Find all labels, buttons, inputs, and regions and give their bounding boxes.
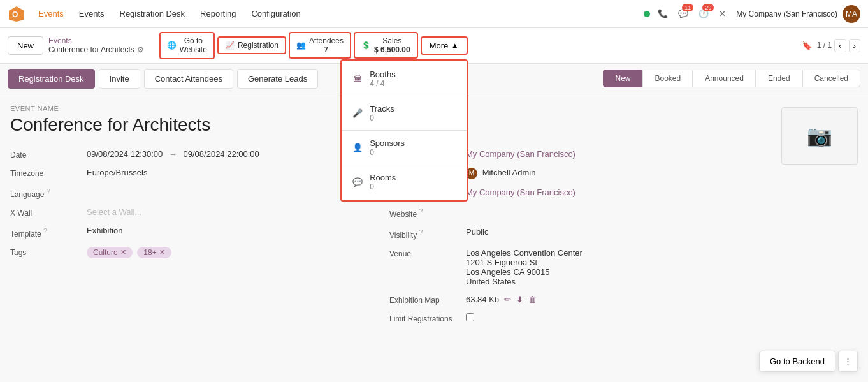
responsible-name[interactable]: Mitchell Admin [482, 168, 536, 177]
date-end[interactable]: 09/08/2024 22:00:00 [184, 149, 259, 159]
exhibition-map-value: 63.84 Kb ✏ ⬇ 🗑 [466, 295, 743, 304]
registration-button[interactable]: 📈 Registration [217, 36, 286, 54]
next-page-button[interactable]: › [849, 39, 860, 52]
user-avatar[interactable]: MA [843, 5, 860, 23]
website-help-icon[interactable]: ? [419, 207, 423, 215]
phone-icon[interactable]: 📞 [655, 6, 670, 21]
template-help-icon[interactable]: ? [43, 227, 47, 235]
messages-icon[interactable]: 💬 11 [676, 6, 691, 21]
venue-addr1: 1201 S Figueroa St [466, 258, 537, 267]
more-dropdown-menu: 🏛 Booths 4 / 4 🎤 Tracks 0 [340, 59, 468, 202]
status-announced[interactable]: Announced [693, 70, 756, 87]
template-field-row: Template ? Exhibition [10, 222, 364, 243]
rooms-label: Rooms [370, 173, 396, 182]
registration-label: Registration [238, 41, 278, 50]
nav-reporting[interactable]: Reporting [194, 6, 242, 21]
pagination: 🔖 1 / 1 ‹ › [802, 39, 860, 52]
nav-events[interactable]: Events [73, 6, 111, 21]
more-button[interactable]: More ▲ [421, 36, 468, 55]
organizer-value[interactable]: My Company (San Francisco) [466, 149, 743, 159]
date-start[interactable]: 09/08/2024 12:30:00 [87, 149, 163, 159]
tag-18plus-remove[interactable]: ✕ [159, 248, 165, 256]
language-help-icon[interactable]: ? [47, 187, 50, 195]
dropdown-item-booths[interactable]: 🏛 Booths 4 / 4 [342, 64, 467, 93]
event-photo-placeholder[interactable]: 📷 [781, 107, 858, 165]
tracks-count: 0 [370, 114, 394, 122]
xwall-label: X Wall [10, 207, 87, 217]
odoo-logo[interactable]: O [8, 5, 25, 23]
timezone-label: Timezone [10, 168, 87, 178]
top-navigation: O Events Events Registration Desk Report… [0, 0, 868, 28]
settings-gear-icon[interactable]: ⚙ [137, 45, 144, 54]
status-ended[interactable]: Ended [756, 70, 802, 87]
responsible-value: M Mitchell Admin [466, 168, 743, 179]
tag-culture-remove[interactable]: ✕ [120, 248, 126, 256]
limit-registrations-checkbox[interactable] [466, 313, 474, 321]
settings-icon[interactable]: ✕ [716, 6, 728, 21]
template-value[interactable]: Exhibition [87, 226, 364, 235]
website-label: Website ? [389, 206, 466, 219]
photo-area: 📷 [743, 105, 858, 328]
timezone-value[interactable]: Europe/Brussels [87, 168, 364, 177]
generate-leads-button[interactable]: Generate Leads [237, 69, 318, 89]
exhibition-map-label: Exhibition Map [389, 295, 466, 305]
venue-name[interactable]: Los Angeles Convention Center [466, 248, 582, 258]
registration-desk-button[interactable]: Registration Desk [8, 69, 95, 89]
contact-attendees-button[interactable]: Contact Attendees [144, 69, 233, 89]
status-booked[interactable]: Booked [642, 70, 693, 87]
attendees-icon: 👥 [296, 41, 306, 50]
venue-label: Venue [389, 248, 466, 258]
website-field-row: Website ? [389, 202, 743, 223]
sponsors-info: Sponsors 0 [370, 138, 405, 157]
status-new[interactable]: New [603, 70, 642, 87]
dropdown-item-rooms[interactable]: 💬 Rooms 0 [342, 168, 467, 196]
breadcrumb: Events Conference for Architects ⚙ [48, 36, 144, 54]
breadcrumb-toolbar: New Events Conference for Architects ⚙ 🌐… [0, 28, 868, 64]
attendees-label: Attendees 7 [309, 36, 344, 54]
sales-button[interactable]: 💲 Sales $ 6,500.00 [354, 32, 418, 59]
messages-badge: 11 [682, 4, 693, 11]
nav-icons: 📞 💬 11 🕐 29 ✕ My Company (San Francisco)… [644, 5, 860, 23]
breadcrumb-parent[interactable]: Events [48, 36, 144, 45]
visibility-value[interactable]: Public [466, 227, 743, 237]
tags-label: Tags [10, 247, 87, 257]
sales-icon: 💲 [361, 41, 371, 50]
date-label: Date [10, 149, 87, 159]
breadcrumb-current-label: Conference for Architects [48, 45, 134, 54]
delete-file-icon[interactable]: 🗑 [528, 295, 537, 304]
edit-file-icon[interactable]: ✏ [504, 295, 511, 304]
dropdown-item-tracks[interactable]: 🎤 Tracks 0 [342, 99, 467, 128]
language-field-row: Language ? [10, 182, 364, 203]
visibility-help-icon[interactable]: ? [419, 228, 423, 236]
invite-button[interactable]: Invite [99, 69, 140, 89]
booths-count: 4 / 4 [370, 79, 395, 88]
prev-page-button[interactable]: ‹ [834, 39, 846, 52]
download-file-icon[interactable]: ⬇ [516, 295, 523, 304]
pagination-text: 1 / 1 [817, 41, 832, 50]
nav-registration-desk[interactable]: Registration Desk [113, 6, 192, 21]
camera-icon: 📷 [807, 124, 832, 148]
activities-icon[interactable]: 🕐 29 [696, 6, 711, 21]
tracks-label: Tracks [370, 104, 394, 114]
venue-country: United States [466, 277, 516, 286]
booths-icon: 🏛 [352, 74, 363, 84]
more-label: More [430, 41, 449, 50]
dropdown-item-sponsors[interactable]: 👤 Sponsors 0 [342, 133, 467, 162]
limit-registrations-label: Limit Registrations [389, 313, 466, 323]
sponsors-label: Sponsors [370, 138, 405, 148]
sales-label: Sales $ 6,500.00 [374, 36, 410, 54]
venue-addr2: Los Angeles CA 90015 [466, 267, 550, 277]
status-flow: New Booked Announced Ended Cancelled [603, 70, 860, 87]
bookmark-icon[interactable]: 🔖 [802, 41, 812, 50]
tag-culture[interactable]: Culture ✕ [87, 247, 133, 258]
xwall-value[interactable]: Select a Wall... [87, 207, 364, 217]
tag-18plus[interactable]: 18+ ✕ [137, 247, 171, 258]
nav-events-app[interactable]: Events [32, 6, 70, 21]
date-value: 09/08/2024 12:30:00 → 09/08/2024 22:00:0… [87, 149, 364, 159]
nav-configuration[interactable]: Configuration [245, 6, 307, 21]
attendees-button[interactable]: 👥 Attendees 7 [289, 32, 351, 59]
new-button[interactable]: New [8, 36, 43, 55]
company-value[interactable]: My Company (San Francisco) [466, 187, 743, 197]
go-to-website-button[interactable]: 🌐 Go toWebsite [159, 32, 215, 59]
status-cancelled[interactable]: Cancelled [802, 70, 860, 87]
